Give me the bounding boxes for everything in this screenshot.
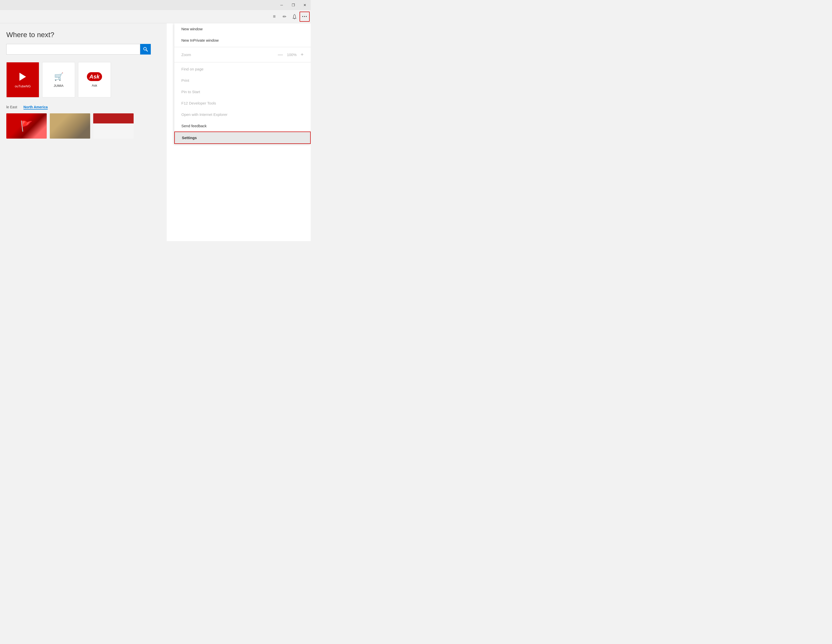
more-button[interactable]: ··· <box>299 11 310 22</box>
pin-to-start-label: Pin to Start <box>181 89 200 94</box>
open-ie-label: Open with Internet Explorer <box>181 112 227 117</box>
settings-label: Settings <box>182 136 197 140</box>
pin-to-start-item: Pin to Start <box>174 86 311 97</box>
title-bar: ─ ❐ ✕ <box>0 0 311 10</box>
zoom-control: — 100% + <box>278 52 304 58</box>
main-content: Where to next? ouTubeNG <box>0 23 311 241</box>
jumia-icon: 🛒 <box>54 72 63 81</box>
restore-button[interactable]: ❐ <box>288 0 299 10</box>
quick-links: ouTubeNG 🛒 JUMIA Ask Ask <box>6 62 160 97</box>
f12-dev-tools-item: F12 Developer Tools <box>174 97 311 109</box>
news-img-crash <box>50 113 90 139</box>
title-bar-controls: ─ ❐ ✕ <box>276 0 311 10</box>
find-on-page-item: Find on page <box>174 63 311 75</box>
zoom-item[interactable]: Zoom — 100% + <box>174 48 311 61</box>
find-on-page-label: Find on page <box>181 67 203 71</box>
cart-icon: 🛒 <box>54 72 63 81</box>
search-input[interactable] <box>6 44 140 54</box>
svg-point-0 <box>294 18 295 19</box>
new-window-label: New window <box>181 27 203 31</box>
zoom-minus-button[interactable]: — <box>278 52 283 58</box>
news-tabs: le East North America <box>6 105 160 110</box>
play-icon <box>19 73 26 81</box>
youtube-icon <box>16 72 29 82</box>
zoom-value: 100% <box>287 53 296 57</box>
ask-icon: Ask <box>87 72 102 81</box>
send-feedback-item[interactable]: Send feedback <box>174 120 311 131</box>
ask-label: Ask <box>92 83 97 87</box>
page-title: Where to next? <box>6 31 160 39</box>
ask-tile[interactable]: Ask Ask <box>78 62 111 97</box>
separator-2 <box>174 62 311 62</box>
notification-button[interactable] <box>290 11 299 22</box>
toolbar: ≡ ✏ ··· <box>0 10 311 23</box>
close-button[interactable]: ✕ <box>299 0 311 10</box>
youtube-tile[interactable]: ouTubeNG <box>6 62 39 97</box>
hamburger-button[interactable]: ≡ <box>269 11 279 22</box>
youtube-label: ouTubeNG <box>14 84 30 88</box>
print-label: Print <box>181 78 189 83</box>
zoom-label: Zoom <box>181 53 191 57</box>
news-images: 🚩 <box>6 113 160 139</box>
jumia-label: JUMIA <box>54 84 64 88</box>
dropdown-menu: New window New InPrivate window Zoom — 1… <box>174 23 311 144</box>
search-bar <box>6 44 160 54</box>
svg-line-2 <box>146 50 147 51</box>
settings-item[interactable]: Settings <box>174 131 311 144</box>
news-image-3[interactable] <box>93 113 134 139</box>
zoom-plus-button[interactable]: + <box>301 52 304 58</box>
print-item: Print <box>174 75 311 86</box>
news-section: le East North America 🚩 <box>6 105 160 139</box>
new-inprivate-item[interactable]: New InPrivate window <box>174 35 311 46</box>
news-tab-north-america[interactable]: North America <box>24 105 48 110</box>
send-feedback-label: Send feedback <box>181 124 206 128</box>
news-image-2[interactable] <box>50 113 90 139</box>
jumia-tile[interactable]: 🛒 JUMIA <box>42 62 75 97</box>
search-button[interactable] <box>140 44 151 54</box>
new-inprivate-label: New InPrivate window <box>181 38 219 42</box>
separator-1 <box>174 47 311 47</box>
f12-dev-tools-label: F12 Developer Tools <box>181 101 216 105</box>
edit-button[interactable]: ✏ <box>279 11 290 22</box>
news-img-flags: 🚩 <box>6 113 47 139</box>
minimize-button[interactable]: ─ <box>276 0 288 10</box>
new-window-item[interactable]: New window <box>174 23 311 35</box>
news-image-1[interactable]: 🚩 <box>6 113 47 139</box>
open-ie-item: Open with Internet Explorer <box>174 109 311 120</box>
news-tab-middle-east[interactable]: le East <box>6 105 17 110</box>
page-background: Where to next? ouTubeNG <box>0 23 167 241</box>
